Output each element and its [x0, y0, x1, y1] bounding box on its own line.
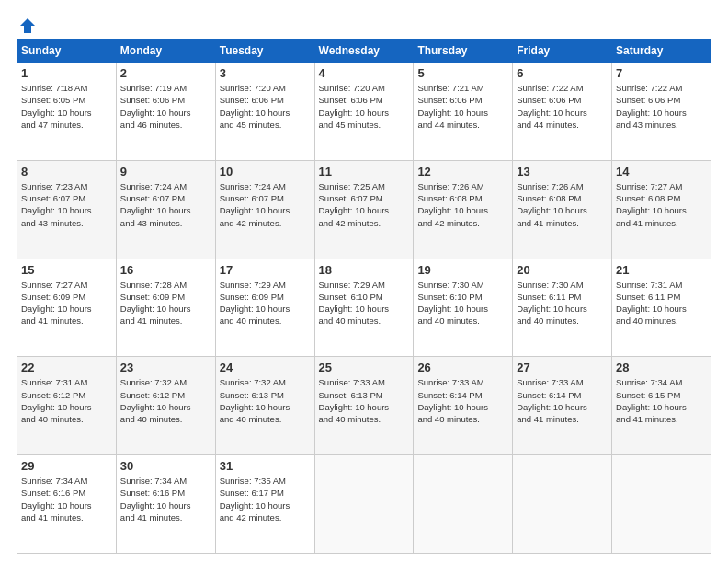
day-info: Sunrise: 7:34 AM Sunset: 6:15 PM Dayligh…	[616, 376, 707, 425]
calendar-day-cell: 21 Sunrise: 7:31 AM Sunset: 6:11 PM Dayl…	[612, 259, 711, 357]
day-number: 13	[517, 165, 608, 178]
calendar-day-cell: 3 Sunrise: 7:20 AM Sunset: 6:06 PM Dayli…	[215, 63, 314, 161]
day-info: Sunrise: 7:30 AM Sunset: 6:10 PM Dayligh…	[417, 279, 508, 327]
day-info: Sunrise: 7:20 AM Sunset: 6:06 PM Dayligh…	[319, 82, 410, 131]
day-info: Sunrise: 7:35 AM Sunset: 6:17 PM Dayligh…	[220, 475, 311, 523]
day-info: Sunrise: 7:23 AM Sunset: 6:07 PM Dayligh…	[21, 180, 112, 229]
day-number: 22	[21, 361, 112, 374]
calendar-day-header: Sunday	[17, 40, 117, 63]
calendar-week-row: 8 Sunrise: 7:23 AM Sunset: 6:07 PM Dayli…	[17, 160, 711, 259]
calendar-day-cell: 16 Sunrise: 7:28 AM Sunset: 6:09 PM Dayl…	[116, 259, 215, 357]
calendar-day-cell: 11 Sunrise: 7:25 AM Sunset: 6:07 PM Dayl…	[314, 160, 414, 259]
day-number: 19	[417, 263, 508, 277]
day-info: Sunrise: 7:22 AM Sunset: 6:06 PM Dayligh…	[517, 82, 608, 131]
day-number: 17	[220, 263, 311, 277]
day-info: Sunrise: 7:32 AM Sunset: 6:12 PM Dayligh…	[120, 376, 211, 425]
day-info: Sunrise: 7:20 AM Sunset: 6:06 PM Dayligh…	[220, 82, 311, 131]
day-number: 14	[616, 165, 707, 178]
day-number: 30	[120, 459, 211, 473]
day-number: 27	[517, 361, 608, 374]
day-number: 31	[220, 459, 311, 473]
day-info: Sunrise: 7:34 AM Sunset: 6:16 PM Dayligh…	[21, 475, 112, 523]
day-info: Sunrise: 7:26 AM Sunset: 6:08 PM Dayligh…	[517, 180, 608, 229]
day-number: 10	[220, 165, 311, 178]
day-info: Sunrise: 7:25 AM Sunset: 6:07 PM Dayligh…	[319, 180, 410, 229]
day-info: Sunrise: 7:33 AM Sunset: 6:13 PM Dayligh…	[319, 376, 410, 425]
calendar-day-header: Thursday	[414, 40, 513, 63]
calendar-page: SundayMondayTuesdayWednesdayThursdayFrid…	[0, 0, 728, 563]
day-info: Sunrise: 7:24 AM Sunset: 6:07 PM Dayligh…	[120, 180, 211, 229]
day-info: Sunrise: 7:29 AM Sunset: 6:09 PM Dayligh…	[220, 279, 311, 327]
day-number: 24	[220, 361, 311, 374]
calendar-day-cell	[314, 455, 414, 554]
calendar-day-header: Tuesday	[215, 40, 314, 63]
day-info: Sunrise: 7:27 AM Sunset: 6:09 PM Dayligh…	[21, 279, 112, 327]
day-number: 16	[120, 263, 211, 277]
day-number: 12	[417, 165, 508, 178]
calendar-day-cell: 30 Sunrise: 7:34 AM Sunset: 6:16 PM Dayl…	[116, 455, 215, 554]
day-number: 15	[21, 263, 112, 277]
day-info: Sunrise: 7:27 AM Sunset: 6:08 PM Dayligh…	[616, 180, 707, 229]
day-number: 3	[220, 66, 311, 80]
day-number: 11	[319, 165, 410, 178]
day-info: Sunrise: 7:31 AM Sunset: 6:12 PM Dayligh…	[21, 376, 112, 425]
calendar-day-cell: 22 Sunrise: 7:31 AM Sunset: 6:12 PM Dayl…	[17, 357, 117, 455]
day-number: 26	[417, 361, 508, 374]
calendar-day-cell: 19 Sunrise: 7:30 AM Sunset: 6:10 PM Dayl…	[414, 259, 513, 357]
calendar-day-cell: 15 Sunrise: 7:27 AM Sunset: 6:09 PM Dayl…	[17, 259, 117, 357]
calendar-day-cell: 4 Sunrise: 7:20 AM Sunset: 6:06 PM Dayli…	[314, 63, 414, 161]
calendar-day-cell: 26 Sunrise: 7:33 AM Sunset: 6:14 PM Dayl…	[414, 357, 513, 455]
calendar-day-header: Saturday	[612, 40, 711, 63]
calendar-day-cell: 10 Sunrise: 7:24 AM Sunset: 6:07 PM Dayl…	[215, 160, 314, 259]
calendar-day-cell: 14 Sunrise: 7:27 AM Sunset: 6:08 PM Dayl…	[612, 160, 711, 259]
calendar-day-cell: 9 Sunrise: 7:24 AM Sunset: 6:07 PM Dayli…	[116, 160, 215, 259]
calendar-header-row: SundayMondayTuesdayWednesdayThursdayFrid…	[17, 40, 711, 63]
calendar-day-cell: 7 Sunrise: 7:22 AM Sunset: 6:06 PM Dayli…	[612, 63, 711, 161]
calendar-day-cell: 29 Sunrise: 7:34 AM Sunset: 6:16 PM Dayl…	[17, 455, 117, 554]
calendar-body: 1 Sunrise: 7:18 AM Sunset: 6:05 PM Dayli…	[17, 63, 711, 554]
calendar-day-cell: 25 Sunrise: 7:33 AM Sunset: 6:13 PM Dayl…	[314, 357, 414, 455]
day-number: 18	[319, 263, 410, 277]
calendar-day-cell: 6 Sunrise: 7:22 AM Sunset: 6:06 PM Dayli…	[513, 63, 612, 161]
day-info: Sunrise: 7:32 AM Sunset: 6:13 PM Dayligh…	[220, 376, 311, 425]
calendar-day-cell	[513, 455, 612, 554]
day-number: 5	[417, 66, 508, 80]
day-number: 6	[517, 66, 608, 80]
calendar-day-cell: 28 Sunrise: 7:34 AM Sunset: 6:15 PM Dayl…	[612, 357, 711, 455]
calendar-day-cell: 20 Sunrise: 7:30 AM Sunset: 6:11 PM Dayl…	[513, 259, 612, 357]
calendar-week-row: 15 Sunrise: 7:27 AM Sunset: 6:09 PM Dayl…	[17, 259, 711, 357]
calendar-day-cell: 5 Sunrise: 7:21 AM Sunset: 6:06 PM Dayli…	[414, 63, 513, 161]
day-number: 20	[517, 263, 608, 277]
logo-icon	[18, 17, 37, 35]
calendar-week-row: 1 Sunrise: 7:18 AM Sunset: 6:05 PM Dayli…	[17, 63, 711, 161]
calendar-day-cell: 2 Sunrise: 7:19 AM Sunset: 6:06 PM Dayli…	[116, 63, 215, 161]
calendar-week-row: 22 Sunrise: 7:31 AM Sunset: 6:12 PM Dayl…	[17, 357, 711, 455]
calendar-day-cell: 13 Sunrise: 7:26 AM Sunset: 6:08 PM Dayl…	[513, 160, 612, 259]
calendar-day-cell: 8 Sunrise: 7:23 AM Sunset: 6:07 PM Dayli…	[17, 160, 117, 259]
day-info: Sunrise: 7:30 AM Sunset: 6:11 PM Dayligh…	[517, 279, 608, 327]
header	[17, 17, 711, 31]
day-number: 1	[21, 66, 112, 80]
logo	[17, 17, 37, 31]
day-number: 4	[319, 66, 410, 80]
calendar-week-row: 29 Sunrise: 7:34 AM Sunset: 6:16 PM Dayl…	[17, 455, 711, 554]
day-info: Sunrise: 7:21 AM Sunset: 6:06 PM Dayligh…	[417, 82, 508, 131]
calendar-day-cell: 17 Sunrise: 7:29 AM Sunset: 6:09 PM Dayl…	[215, 259, 314, 357]
day-number: 28	[616, 361, 707, 374]
calendar-day-cell: 23 Sunrise: 7:32 AM Sunset: 6:12 PM Dayl…	[116, 357, 215, 455]
svg-marker-0	[20, 18, 35, 33]
day-info: Sunrise: 7:29 AM Sunset: 6:10 PM Dayligh…	[319, 279, 410, 327]
calendar-day-cell	[414, 455, 513, 554]
calendar-day-cell: 24 Sunrise: 7:32 AM Sunset: 6:13 PM Dayl…	[215, 357, 314, 455]
day-info: Sunrise: 7:31 AM Sunset: 6:11 PM Dayligh…	[616, 279, 707, 327]
day-info: Sunrise: 7:19 AM Sunset: 6:06 PM Dayligh…	[120, 82, 211, 131]
day-number: 9	[120, 165, 211, 178]
calendar-day-header: Monday	[116, 40, 215, 63]
day-number: 25	[319, 361, 410, 374]
day-number: 7	[616, 66, 707, 80]
calendar-day-cell	[612, 455, 711, 554]
day-info: Sunrise: 7:28 AM Sunset: 6:09 PM Dayligh…	[120, 279, 211, 327]
calendar-day-header: Wednesday	[314, 40, 414, 63]
calendar-day-cell: 1 Sunrise: 7:18 AM Sunset: 6:05 PM Dayli…	[17, 63, 117, 161]
calendar-table: SundayMondayTuesdayWednesdayThursdayFrid…	[17, 39, 711, 554]
